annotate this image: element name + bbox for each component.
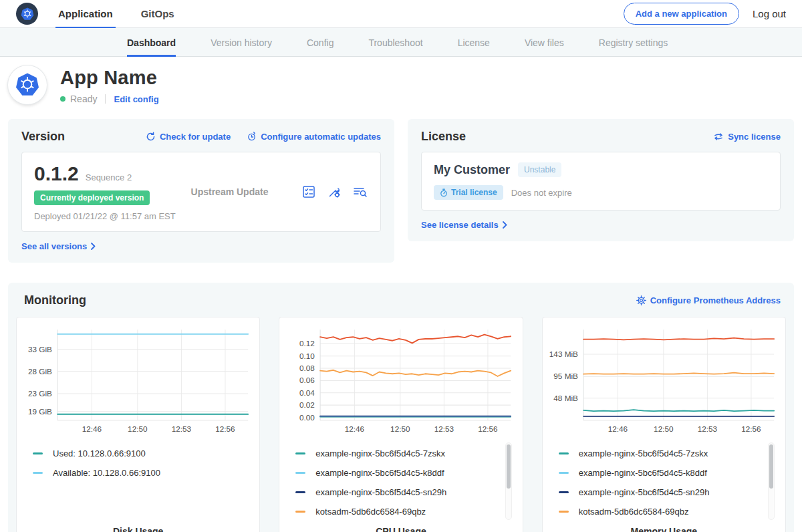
current-version-card: 0.1.2 Sequence 2 Currently deployed vers…	[21, 152, 381, 232]
svg-text:19 GiB: 19 GiB	[28, 407, 52, 416]
customer-name: My Customer	[434, 163, 510, 177]
channel-badge: Unstable	[518, 162, 561, 177]
page-title: App Name	[60, 67, 159, 89]
svg-text:0.02: 0.02	[299, 400, 315, 409]
svg-text:28 GiB: 28 GiB	[28, 367, 52, 376]
expiry-text: Does not expire	[511, 188, 572, 198]
tab-troubleshoot[interactable]: Troubleshoot	[368, 28, 422, 57]
legend-scrollbar-thumb[interactable]	[769, 444, 773, 489]
sync-icon	[713, 132, 724, 142]
view-diff-icon[interactable]	[352, 184, 368, 199]
status-dot	[60, 96, 65, 102]
legend-swatch	[295, 452, 305, 454]
legend-item: kotsadm-5db6dc6584-69qbz	[559, 502, 779, 521]
topnav-tabs: Application GitOps	[55, 0, 200, 28]
legend-swatch	[559, 472, 569, 474]
tab-config[interactable]: Config	[307, 28, 333, 57]
legend-item: example-nginx-5bc6f5d4c5-7zskx	[295, 444, 515, 463]
memory-usage-chart: 12:4612:5012:5312:5648 MiB95 MiB143 MiB	[549, 324, 779, 437]
svg-text:0.10: 0.10	[299, 352, 315, 360]
deployed-badge: Currently deployed version	[34, 190, 150, 205]
version-panel-title: Version	[21, 130, 65, 144]
svg-text:23 GiB: 23 GiB	[28, 389, 52, 398]
chart-title: Disk Usage	[23, 522, 253, 532]
legend-item: Used: 10.128.0.66:9100	[33, 444, 253, 463]
legend-swatch	[295, 472, 305, 474]
top-nav: Application GitOps Add a new application…	[0, 0, 802, 28]
legend-label: example-nginx-5bc6f5d4c5-sn29h	[579, 487, 710, 497]
memory-usage-chart-card: 12:4612:5012:5312:5648 MiB95 MiB143 MiB …	[542, 317, 786, 532]
logout-button[interactable]: Log out	[753, 8, 786, 19]
tab-gitops[interactable]: GitOps	[138, 0, 177, 28]
check-for-update-link[interactable]: Check for update	[146, 132, 231, 142]
clock-refresh-icon	[247, 132, 257, 142]
chart-title: Memory Usage	[549, 522, 779, 532]
configure-automatic-updates-link[interactable]: Configure automatic updates	[247, 132, 381, 142]
legend-item: kotsadm-5db6dc6584-69qbz	[295, 502, 515, 521]
sync-license-link[interactable]: Sync license	[713, 132, 781, 142]
tab-view-files[interactable]: View files	[525, 28, 564, 57]
svg-text:48 MiB: 48 MiB	[553, 394, 578, 402]
legend-label: kotsadm-5db6dc6584-69qbz	[579, 507, 689, 517]
configure-prometheus-link[interactable]: Configure Prometheus Address	[636, 295, 781, 305]
chart-title: CPU Usage	[286, 522, 515, 532]
release-notes-icon[interactable]	[301, 184, 316, 199]
deployed-timestamp: Deployed 01/21/22 @ 11:57 am EST	[34, 211, 178, 221]
app-header: App Name Ready Edit config	[0, 57, 802, 119]
cpu-usage-legend: example-nginx-5bc6f5d4c5-7zskxexample-ng…	[286, 444, 515, 522]
svg-text:12:56: 12:56	[479, 424, 499, 433]
disk-usage-legend: Used: 10.128.0.66:9100Available: 10.128.…	[23, 444, 253, 522]
svg-text:12:50: 12:50	[390, 424, 410, 433]
svg-text:12:46: 12:46	[345, 424, 365, 433]
divider	[105, 94, 106, 104]
edit-config-link[interactable]: Edit config	[114, 94, 158, 104]
charts-row: 12:4612:5012:5312:5619 GiB23 GiB28 GiB33…	[16, 317, 786, 532]
svg-text:12:56: 12:56	[215, 424, 235, 433]
svg-text:0.04: 0.04	[299, 388, 315, 397]
legend-swatch	[559, 511, 569, 513]
legend-label: example-nginx-5bc6f5d4c5-sn29h	[315, 487, 446, 497]
app-kubernetes-icon	[8, 65, 47, 104]
sequence-label: Sequence 2	[86, 172, 132, 182]
legend-label: example-nginx-5bc6f5d4c5-k8ddf	[579, 468, 707, 478]
svg-text:12:53: 12:53	[434, 424, 454, 433]
tab-dashboard[interactable]: Dashboard	[127, 28, 176, 57]
cards-row: Version Check for update	[0, 119, 802, 263]
tab-application[interactable]: Application	[55, 0, 116, 28]
legend-label: example-nginx-5bc6f5d4c5-k8ddf	[315, 468, 444, 478]
stopwatch-icon	[440, 188, 448, 197]
version-source-label: Upstream Update	[178, 186, 301, 197]
legend-label: Used: 10.128.0.66:9100	[53, 448, 146, 458]
monitoring-title: Monitoring	[24, 293, 86, 307]
monitoring-panel: Monitoring Configure Prometheus Address …	[8, 283, 794, 532]
memory-usage-legend: example-nginx-5bc6f5d4c5-7zskxexample-ng…	[549, 444, 779, 522]
legend-item: example-nginx-5bc6f5d4c5-7zskx	[559, 444, 779, 463]
legend-item: Available: 10.128.0.66:9100	[33, 463, 253, 483]
preflight-checks-icon[interactable]	[327, 184, 342, 199]
add-new-application-button[interactable]: Add a new application	[624, 3, 739, 25]
chevron-right-icon	[503, 221, 507, 229]
svg-text:33 GiB: 33 GiB	[28, 345, 52, 354]
svg-text:143 MiB: 143 MiB	[549, 350, 578, 358]
legend-scrollbar-thumb[interactable]	[507, 444, 511, 489]
legend-scrollbar	[768, 442, 775, 520]
legend-item: example-nginx-5bc6f5d4c5-k8ddf	[559, 463, 779, 483]
tab-license[interactable]: License	[458, 28, 490, 57]
legend-swatch	[559, 491, 569, 493]
legend-label: kotsadm-5db6dc6584-69qbz	[315, 507, 426, 517]
version-number: 0.1.2	[34, 162, 79, 185]
see-all-versions-link[interactable]: See all versions	[21, 241, 96, 251]
cpu-usage-chart-card: 12:4612:5012:5312:560.000.020.040.060.08…	[279, 317, 523, 532]
legend-swatch	[295, 511, 305, 513]
trial-license-badge: Trial license	[434, 185, 503, 200]
legend-swatch	[33, 472, 43, 474]
chevron-right-icon	[91, 243, 96, 250]
svg-text:0.06: 0.06	[299, 376, 315, 384]
refresh-icon	[146, 132, 156, 142]
svg-text:12:50: 12:50	[128, 424, 148, 433]
status-text: Ready	[70, 94, 97, 104]
tab-version-history[interactable]: Version history	[211, 28, 272, 57]
legend-scrollbar	[505, 442, 512, 520]
tab-registry-settings[interactable]: Registry settings	[599, 28, 668, 57]
see-license-details-link[interactable]: See license details	[421, 220, 507, 230]
